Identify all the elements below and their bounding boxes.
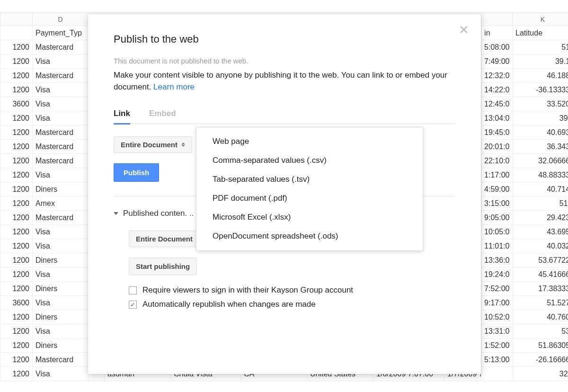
format-menu: Web pageComma-separated values (.csv)Tab… — [196, 127, 423, 251]
col-k[interactable]: K — [513, 13, 568, 26]
chevron-down-icon — [114, 212, 118, 215]
auto-republish-label: Automatically republish when changes are… — [142, 300, 316, 309]
format-menu-item[interactable]: Web page — [196, 132, 423, 151]
header-latitude[interactable]: Latitude — [513, 26, 568, 40]
header-in[interactable]: in — [481, 26, 513, 40]
tab-embed[interactable]: Embed — [149, 106, 176, 125]
publish-button[interactable]: Publish — [114, 163, 159, 182]
publish-dialog: ✕ Publish to the web This document is no… — [88, 14, 481, 374]
publish-status: This document is not published to the we… — [114, 57, 455, 65]
close-icon[interactable]: ✕ — [458, 25, 470, 36]
updown-icon — [181, 143, 185, 147]
format-menu-item[interactable]: PDF document (.pdf) — [196, 189, 423, 208]
auto-republish-checkbox[interactable]: ✓ — [129, 301, 137, 309]
publish-tabs: Link Embed — [114, 106, 455, 124]
format-menu-item[interactable]: Microsoft Excel (.xlsx) — [196, 208, 423, 227]
dialog-description: Make your content visible to anyone by p… — [114, 70, 455, 93]
scope-select[interactable]: Entire Document — [114, 136, 192, 153]
col-d[interactable]: D — [33, 13, 89, 26]
header-payment-type[interactable]: Payment_Typ — [33, 26, 89, 40]
format-menu-item[interactable]: Comma-separated values (.csv) — [196, 151, 423, 170]
require-signin-checkbox[interactable] — [129, 286, 137, 294]
format-menu-item[interactable]: OpenDocument spreadsheet (.ods) — [196, 227, 423, 246]
start-publishing-button[interactable]: Start publishing — [129, 258, 197, 275]
format-menu-item[interactable]: Tab-separated values (.tsv) — [196, 170, 423, 189]
require-signin-label: Require viewers to sign in with their Ka… — [142, 285, 353, 295]
tab-link[interactable]: Link — [114, 106, 130, 125]
learn-more-link[interactable]: Learn more — [153, 82, 195, 91]
dialog-title: Publish to the web — [114, 33, 455, 45]
